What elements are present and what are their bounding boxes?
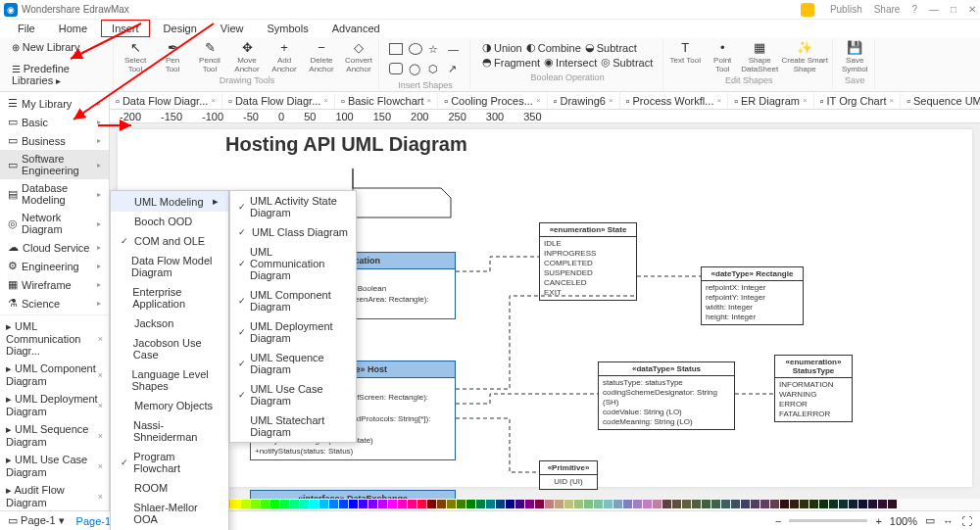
color-swatch[interactable] <box>545 500 554 508</box>
shape-palette[interactable]: ☆ — <box>385 39 466 59</box>
color-swatch[interactable] <box>800 500 808 508</box>
publish-button[interactable]: Publish <box>830 4 862 15</box>
zoom-out-button[interactable]: − <box>775 515 781 527</box>
color-swatch[interactable] <box>408 500 416 508</box>
submenu-item[interactable]: ROOM <box>111 478 228 498</box>
submenu-item[interactable]: Jacobson Use Case <box>111 333 228 364</box>
color-swatch[interactable] <box>604 500 612 508</box>
color-swatch[interactable] <box>829 500 838 508</box>
close-icon[interactable]: ✕ <box>968 4 976 15</box>
text-tool-button[interactable]: TText Tool <box>669 39 701 73</box>
color-swatch[interactable] <box>506 500 514 508</box>
move-button[interactable]: ✥MoveAnchor <box>231 39 263 73</box>
select-button[interactable]: ↖SelectTool <box>120 39 151 73</box>
union-button[interactable]: ◑ Union <box>482 41 522 54</box>
submenu-item[interactable]: ✓UML Activity State Diagram <box>230 191 356 222</box>
ellipse-shape-icon[interactable] <box>409 43 422 55</box>
shape-lib-item[interactable]: ▸ UML Sequence Diagram× <box>0 420 109 451</box>
sidebar-cat-database-modeling[interactable]: ▤Database Modeling▸ <box>0 179 109 209</box>
color-swatch[interactable] <box>613 500 622 508</box>
shape-lib-item[interactable]: ▸ UML Component Diagram× <box>0 360 109 390</box>
color-palette[interactable] <box>110 499 980 510</box>
minimize-icon[interactable]: — <box>929 4 939 15</box>
color-swatch[interactable] <box>515 500 524 508</box>
submenu-item[interactable]: Shlaer-Mellor OOA <box>111 498 228 529</box>
color-swatch[interactable] <box>731 500 740 508</box>
submenu-item[interactable]: ✓UML Class Diagram <box>230 222 356 242</box>
color-swatch[interactable] <box>584 500 593 508</box>
share-button[interactable]: Share <box>874 4 901 15</box>
color-swatch[interactable] <box>368 500 377 508</box>
sidebar-cat-engineering[interactable]: ⚙Engineering▸ <box>0 257 109 275</box>
submenu-item[interactable]: ✓UML Communication Diagram <box>230 242 356 285</box>
color-swatch[interactable] <box>682 500 691 508</box>
doc-tab[interactable]: ▫Cooling Proces...× <box>438 93 547 109</box>
add-button[interactable]: +AddAnchor <box>269 39 300 73</box>
page-indicator[interactable]: ▭ Page-1 ▾ <box>8 514 65 527</box>
color-swatch[interactable] <box>741 500 750 508</box>
sidebar-cat-network-diagram[interactable]: ◎Network Diagram▸ <box>0 209 109 238</box>
color-swatch[interactable] <box>270 500 279 508</box>
uml-statustype-enum[interactable]: «enumeration» StatusType INFORMATION WAR… <box>774 355 853 422</box>
doc-tab[interactable]: ▫Basic Flowchart× <box>335 93 438 109</box>
color-swatch[interactable] <box>466 500 475 508</box>
color-swatch[interactable] <box>437 500 446 508</box>
color-swatch[interactable] <box>290 500 299 508</box>
submenu-item[interactable]: Enterprise Application <box>111 282 228 313</box>
color-swatch[interactable] <box>653 500 662 508</box>
color-swatch[interactable] <box>447 500 456 508</box>
smartshape-button[interactable]: ✨Create Smart Shape <box>781 39 828 73</box>
color-swatch[interactable] <box>702 500 710 508</box>
submenu-item[interactable]: ✓Program Flowchart <box>111 447 228 478</box>
menu-advanced[interactable]: Advanced <box>322 21 390 36</box>
color-swatch[interactable] <box>300 500 309 508</box>
color-swatch[interactable] <box>809 500 818 508</box>
doc-tab[interactable]: ▫Data Flow Diagr...× <box>222 93 335 109</box>
menu-insert[interactable]: Insert <box>101 20 150 37</box>
uml-uid-primitive[interactable]: «Primitive» UID (UI) <box>539 460 598 490</box>
rect-shape-icon[interactable] <box>389 43 403 55</box>
submenu-item[interactable]: Nassi-Shneiderman <box>111 415 228 447</box>
sidebar-cat-science[interactable]: ⚗Science▸ <box>0 294 109 313</box>
color-swatch[interactable] <box>496 500 505 508</box>
pen-button[interactable]: ✒PenTool <box>157 39 188 73</box>
menu-file[interactable]: File <box>8 21 45 36</box>
color-swatch[interactable] <box>525 500 534 508</box>
color-swatch[interactable] <box>623 500 632 508</box>
doc-tab[interactable]: ▫Process Workfl...× <box>620 93 729 109</box>
fit-width-icon[interactable]: ↔ <box>943 515 954 527</box>
sidebar-cat-basic[interactable]: ▭Basic▸ <box>0 113 109 131</box>
sidebar-cat-my-library[interactable]: ☰My Library▸ <box>0 94 109 113</box>
color-swatch[interactable] <box>555 500 564 508</box>
delete-button[interactable]: −DeleteAnchor <box>306 39 337 73</box>
color-swatch[interactable] <box>378 500 387 508</box>
color-swatch[interactable] <box>427 500 436 508</box>
zoom-in-button[interactable]: + <box>875 515 881 527</box>
zoom-slider[interactable] <box>789 519 867 522</box>
uml-rectangle-datatype[interactable]: «dateType» Rectangle refpointX: Integer … <box>701 266 804 325</box>
color-swatch[interactable] <box>535 500 544 508</box>
color-swatch[interactable] <box>868 500 877 508</box>
fit-page-icon[interactable]: ▭ <box>925 514 935 527</box>
uml-state-enum[interactable]: «enumeration» State IDLE INPROGRESS COMP… <box>539 222 637 301</box>
sidebar-cat-software-engineering[interactable]: ▭Software Engineering▸ <box>0 150 109 179</box>
predefine-libraries-button[interactable]: ☰ Predefine Libraries ▸ <box>12 61 109 88</box>
color-swatch[interactable] <box>486 500 495 508</box>
color-swatch[interactable] <box>476 500 485 508</box>
shape-lib-item[interactable]: ▸ Audit Flow Diagram× <box>0 481 109 510</box>
color-swatch[interactable] <box>359 500 368 508</box>
submenu-item[interactable]: ✓UML Deployment Diagram <box>230 316 356 348</box>
intersect-button[interactable]: ◉ Intersect <box>544 56 597 69</box>
combine-button[interactable]: ◐ Combine <box>526 41 581 54</box>
submenu-item[interactable]: Jackson <box>111 313 228 333</box>
uml-status-datatype[interactable]: «dataType» Status statusType: statusType… <box>598 361 735 430</box>
doc-tab[interactable]: ▫Drawing6× <box>548 93 620 109</box>
color-swatch[interactable] <box>241 500 250 508</box>
color-swatch[interactable] <box>643 500 652 508</box>
submenu-item[interactable]: UML Statechart Diagram <box>230 410 356 442</box>
sidebar-cat-business[interactable]: ▭Business▸ <box>0 131 109 150</box>
menu-symbols[interactable]: Symbols <box>258 21 318 36</box>
color-swatch[interactable] <box>839 500 848 508</box>
color-swatch[interactable] <box>819 500 828 508</box>
subtract-button[interactable]: ◒ Subtract <box>585 41 637 54</box>
